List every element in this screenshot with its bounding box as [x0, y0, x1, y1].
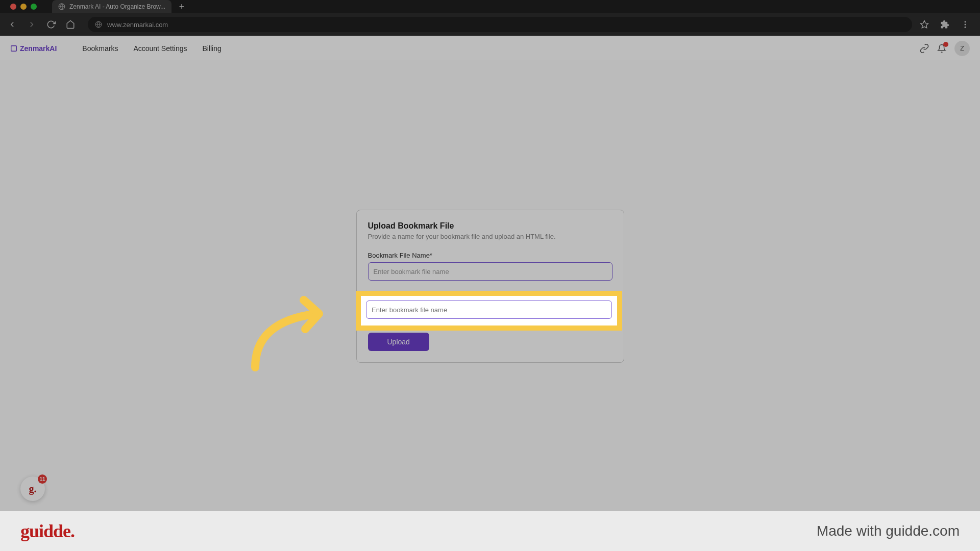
upload-button[interactable]: Upload	[368, 333, 429, 351]
svg-point-7	[965, 27, 966, 28]
name-label: Bookmark File Name*	[368, 252, 612, 259]
main-content: Upload Bookmark File Provide a name for …	[0, 61, 980, 511]
browser-tab[interactable]: Zenmark AI - Auto Organize Brow...	[52, 0, 172, 13]
file-input[interactable]: Choose File No file chosen	[368, 302, 612, 320]
choose-file-button[interactable]: Choose File	[369, 302, 421, 319]
notification-badge	[943, 42, 948, 47]
back-icon[interactable]	[5, 17, 19, 32]
browser-chrome: Zenmark AI - Auto Organize Brow... + www…	[0, 0, 980, 36]
guidde-footer: guidde. Made with guidde.com	[0, 511, 980, 551]
app-header: ZenmarkAI Bookmarks Account Settings Bil…	[0, 36, 980, 61]
nav-links: Bookmarks Account Settings Billing	[82, 44, 221, 53]
url-text: www.zenmarkai.com	[107, 21, 168, 29]
window-maximize[interactable]	[31, 4, 37, 10]
globe-icon	[58, 3, 65, 10]
card-title: Upload Bookmark File	[368, 221, 612, 231]
menu-icon[interactable]	[958, 17, 972, 32]
address-bar: www.zenmarkai.com	[0, 13, 980, 36]
tab-bar: Zenmark AI - Auto Organize Brow... +	[0, 0, 980, 13]
link-icon[interactable]	[920, 44, 929, 53]
new-tab-button[interactable]: +	[177, 2, 187, 12]
upload-card: Upload Bookmark File Provide a name for …	[356, 210, 624, 363]
guidde-bubble-logo: g.	[29, 483, 37, 495]
window-controls	[5, 4, 42, 10]
svg-marker-4	[921, 21, 928, 28]
card-subtitle: Provide a name for your bookmark file an…	[368, 233, 612, 240]
guidde-bubble[interactable]: g. 11	[20, 477, 45, 501]
avatar[interactable]: Z	[954, 41, 970, 56]
tab-title: Zenmark AI - Auto Organize Brow...	[69, 3, 165, 10]
upload-label: Upload File*	[368, 291, 612, 298]
globe-icon	[95, 21, 102, 28]
file-status: No file chosen	[421, 307, 473, 315]
home-icon[interactable]	[63, 17, 78, 32]
reload-icon[interactable]	[44, 17, 58, 32]
window-minimize[interactable]	[20, 4, 27, 10]
svg-point-6	[965, 24, 966, 26]
notifications-button[interactable]	[937, 44, 946, 53]
made-with-text: Made with guidde.com	[817, 523, 960, 539]
nav-link-bookmarks[interactable]: Bookmarks	[82, 44, 118, 53]
forward-icon[interactable]	[24, 17, 39, 32]
nav-link-account-settings[interactable]: Account Settings	[133, 44, 187, 53]
window-close[interactable]	[10, 4, 16, 10]
guidde-logo: guidde.	[20, 520, 75, 542]
star-icon[interactable]	[917, 17, 932, 32]
nav-link-billing[interactable]: Billing	[202, 44, 221, 53]
app-logo[interactable]: ZenmarkAI	[10, 44, 57, 53]
bookmark-file-name-input[interactable]	[368, 262, 612, 281]
svg-point-5	[965, 21, 966, 22]
guidde-bubble-badge: 11	[38, 474, 47, 484]
extensions-icon[interactable]	[938, 17, 952, 32]
url-bar[interactable]: www.zenmarkai.com	[88, 17, 912, 32]
svg-rect-8	[11, 45, 17, 51]
